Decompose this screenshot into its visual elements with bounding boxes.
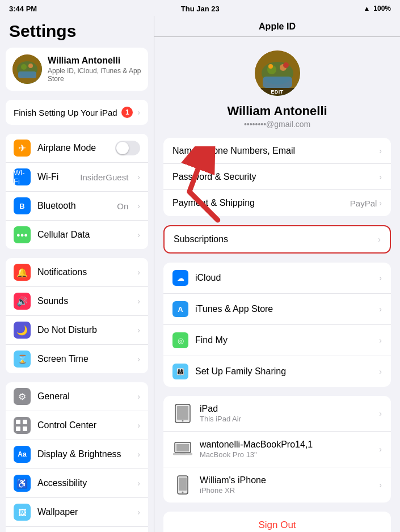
- sounds-chevron: ›: [137, 297, 140, 306]
- controlcenter-chevron: ›: [137, 421, 140, 430]
- bluetooth-label: Bluetooth: [37, 201, 110, 211]
- settings-section-3: ⚙ General › Control Center › Aa Display …: [6, 382, 148, 532]
- svg-rect-19: [180, 453, 186, 454]
- subscriptions-label: Subscriptions: [174, 234, 378, 244]
- sidebar-item-bluetooth[interactable]: B Bluetooth On ›: [6, 192, 148, 221]
- svg-point-15: [182, 420, 184, 422]
- sign-out-card[interactable]: Sign Out: [163, 512, 391, 532]
- wifi-icon: ▲: [363, 5, 370, 12]
- sidebar-item-wallpaper[interactable]: 🖼 Wallpaper ›: [6, 498, 148, 527]
- itunes-item[interactable]: A iTunes & App Store ›: [163, 294, 391, 325]
- svg-point-11: [268, 64, 273, 69]
- donotdisturb-chevron: ›: [137, 326, 140, 335]
- svg-rect-17: [176, 444, 189, 451]
- sidebar-item-notifications[interactable]: 🔔 Notifications ›: [6, 258, 148, 287]
- sidebar-item-accessibility[interactable]: ♿ Accessibility ›: [6, 469, 148, 498]
- icloud-item[interactable]: ☁ iCloud ›: [163, 263, 391, 294]
- sidebar-item-controlcenter[interactable]: Control Center ›: [6, 411, 148, 440]
- finish-setup-badge: 1: [121, 107, 133, 118]
- status-bar: 3:44 PM Thu Jan 23 ▲ 100%: [0, 0, 400, 16]
- profile-email: ••••••••@gmail.com: [244, 120, 310, 129]
- iphone-device-name: William's iPhone: [200, 475, 379, 485]
- sidebar-item-screentime[interactable]: ⌛ Screen Time ›: [6, 345, 148, 373]
- sounds-icon: 🔊: [14, 293, 31, 310]
- svg-point-10: [283, 62, 289, 68]
- svg-rect-9: [263, 77, 292, 88]
- chevron-right-icon: ›: [137, 108, 140, 117]
- payment-shipping-item[interactable]: Payment & Shipping PayPal ›: [163, 190, 391, 216]
- screentime-label: Screen Time: [37, 354, 130, 364]
- sidebar-item-sounds[interactable]: 🔊 Sounds ›: [6, 287, 148, 316]
- donotdisturb-icon: 🌙: [14, 322, 31, 339]
- notifications-label: Notifications: [37, 267, 130, 277]
- airplane-mode-toggle[interactable]: [115, 141, 140, 155]
- sign-out-button[interactable]: Sign Out: [163, 512, 391, 532]
- itunes-icon: A: [172, 301, 188, 317]
- wallpaper-label: Wallpaper: [37, 507, 130, 517]
- notifications-chevron: ›: [137, 268, 140, 277]
- general-chevron: ›: [137, 392, 140, 401]
- family-item[interactable]: 👨‍👩‍👧 Set Up Family Sharing ›: [163, 356, 391, 387]
- right-panel-header: Apple ID: [154, 16, 400, 37]
- password-security-item[interactable]: Password & Security ›: [163, 164, 391, 190]
- sidebar-item-display[interactable]: Aa Display & Brightness ›: [6, 440, 148, 469]
- svg-point-3: [28, 64, 33, 68]
- status-time: 3:44 PM: [9, 5, 37, 13]
- accessibility-icon: ♿: [14, 475, 31, 492]
- svg-rect-14: [177, 406, 188, 420]
- findmy-item[interactable]: ◎ Find My ›: [163, 325, 391, 356]
- sidebar-item-airplane[interactable]: ✈ Airplane Mode: [6, 134, 148, 163]
- finish-setup-row[interactable]: Finish Setting Up Your iPad 1 ›: [6, 100, 148, 125]
- family-chevron: ›: [379, 367, 382, 376]
- device-ipad[interactable]: iPad This iPad Air ›: [163, 396, 391, 432]
- controlcenter-icon: [14, 417, 31, 434]
- avatar: [12, 54, 42, 84]
- macbook-device-model: MacBook Pro 13": [200, 450, 379, 459]
- general-label: General: [37, 391, 130, 402]
- wallpaper-chevron: ›: [137, 508, 140, 517]
- password-security-label: Password & Security: [172, 172, 379, 182]
- sidebar-item-donotdisturb[interactable]: 🌙 Do Not Disturb ›: [6, 316, 148, 345]
- profile-name: William Antonelli: [48, 56, 141, 66]
- display-icon: Aa: [14, 446, 31, 463]
- device-macbook[interactable]: wantonelli-MacBookPro14,1 MacBook Pro 13…: [163, 432, 391, 467]
- airplane-mode-label: Airplane Mode: [37, 143, 108, 153]
- ipad-device-name: iPad: [200, 404, 379, 414]
- sidebar-item-wifi[interactable]: Wi-Fi Wi-Fi InsiderGuest ›: [6, 163, 148, 192]
- findmy-label: Find My: [195, 335, 379, 345]
- svg-point-2: [21, 64, 27, 70]
- profile-name-large: William Antonelli: [227, 104, 327, 119]
- sidebar-profile[interactable]: William Antonelli Apple ID, iCloud, iTun…: [6, 48, 148, 91]
- status-day: Thu Jan 23: [181, 5, 220, 13]
- subscriptions-chevron: ›: [378, 235, 381, 244]
- macbook-device-name: wantonelli-MacBookPro14,1: [200, 440, 379, 450]
- sidebar-item-cellular[interactable]: ●●● Cellular Data ›: [6, 221, 148, 249]
- settings-section-1: ✈ Airplane Mode Wi-Fi Wi-Fi InsiderGuest…: [6, 134, 148, 249]
- ipad-device-icon: [172, 403, 193, 424]
- bluetooth-value: On: [117, 201, 128, 211]
- itunes-label: iTunes & App Store: [195, 304, 379, 314]
- ipad-chevron: ›: [379, 409, 382, 418]
- name-phones-label: Name, Phone Numbers, Email: [172, 146, 379, 156]
- subscriptions-card[interactable]: Subscriptions ›: [163, 225, 391, 254]
- device-iphone[interactable]: William's iPhone iPhone XR ›: [163, 467, 391, 503]
- sidebar-title: Settings: [0, 16, 154, 48]
- password-security-chevron: ›: [379, 172, 382, 181]
- battery-icon: 100%: [373, 5, 391, 12]
- display-chevron: ›: [137, 450, 140, 459]
- wifi-value: InsiderGuest: [80, 172, 128, 182]
- name-phones-item[interactable]: Name, Phone Numbers, Email ›: [163, 138, 391, 164]
- macbook-chevron: ›: [379, 445, 382, 454]
- wifi-label: Wi-Fi: [37, 172, 73, 182]
- profile-avatar-large[interactable]: EDIT: [255, 50, 300, 96]
- iphone-device-model: iPhone XR: [200, 486, 379, 495]
- sidebar-item-siri[interactable]: ◎ Siri & Search ›: [6, 527, 148, 532]
- edit-label: EDIT: [255, 88, 300, 96]
- donotdisturb-label: Do Not Disturb: [37, 325, 130, 335]
- controlcenter-label: Control Center: [37, 420, 130, 430]
- sidebar-item-general[interactable]: ⚙ General ›: [6, 382, 148, 411]
- wifi-chevron: ›: [137, 172, 140, 181]
- cellular-icon: ●●●: [14, 226, 31, 243]
- icloud-label: iCloud: [195, 273, 379, 283]
- profile-section: EDIT William Antonelli ••••••••@gmail.co…: [154, 37, 400, 138]
